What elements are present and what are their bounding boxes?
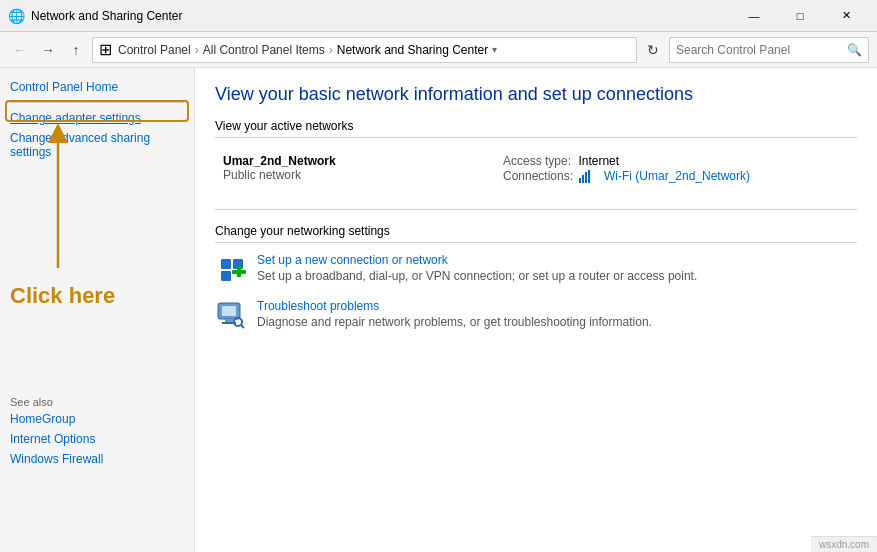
connections-row: Connections: Wi-Fi (Umar_2nd_Network) [503,168,849,183]
titlebar-icon: 🌐 [8,8,25,24]
access-type-label: Access type: [503,154,571,168]
sidebar-windows-firewall[interactable]: Windows Firewall [10,452,103,466]
watermark: wsxdn.com [811,536,877,552]
breadcrumb-control-panel: Control Panel [118,43,191,57]
maximize-button[interactable]: □ [777,0,823,32]
connections-link[interactable]: Wi-Fi (Umar_2nd_Network) [604,169,750,183]
titlebar-controls: — □ ✕ [731,0,869,32]
network-type: Public network [223,168,487,182]
close-button[interactable]: ✕ [823,0,869,32]
breadcrumb-sep-1: › [195,43,199,57]
addressbar: ← → ↑ ⊞ Control Panel › All Control Pane… [0,32,877,68]
troubleshoot-link[interactable]: Troubleshoot problems [257,299,652,313]
page-title: View your basic network information and … [215,84,857,105]
search-input[interactable] [676,43,847,57]
setup-connection-item: Set up a new connection or network Set u… [215,253,857,285]
sidebar-internet-options[interactable]: Internet Options [10,432,103,446]
sidebar-divider [10,102,184,103]
svg-rect-10 [232,270,246,274]
svg-rect-5 [588,170,590,183]
breadcrumb-dropdown[interactable]: ▾ [492,44,497,55]
sidebar-change-adapter-settings[interactable]: Change adapter settings [10,111,184,125]
breadcrumb-all-items: All Control Panel Items [203,43,325,57]
setup-connection-icon [215,253,247,285]
sidebar: Control Panel Home Change adapter settin… [0,68,195,552]
network-name: Umar_2nd_Network [223,154,487,168]
main-layout: Control Panel Home Change adapter settin… [0,68,877,552]
svg-rect-3 [582,175,584,183]
titlebar-title: Network and Sharing Center [31,9,731,23]
active-networks-header: View your active networks [215,119,857,138]
svg-rect-2 [579,178,581,183]
click-here-annotation: Click here [10,283,115,309]
setup-connection-link[interactable]: Set up a new connection or network [257,253,697,267]
troubleshoot-desc: Diagnose and repair network problems, or… [257,315,652,329]
search-icon: 🔍 [847,43,862,57]
wifi-signal-icon [578,168,598,183]
svg-rect-4 [585,172,587,183]
svg-rect-12 [222,306,236,316]
networks-table: Umar_2nd_Network Public network Access t… [215,148,857,189]
network-row: Umar_2nd_Network Public network Access t… [215,148,857,189]
connections-label: Connections: [503,169,573,183]
breadcrumb-bar[interactable]: ⊞ Control Panel › All Control Panel Item… [92,37,637,63]
back-button[interactable]: ← [8,38,32,62]
minimize-button[interactable]: — [731,0,777,32]
troubleshoot-item: Troubleshoot problems Diagnose and repai… [215,299,857,331]
content-area: View your basic network information and … [195,68,877,552]
refresh-button[interactable]: ↻ [641,38,665,62]
section-divider [215,209,857,210]
titlebar: 🌐 Network and Sharing Center — □ ✕ [0,0,877,32]
svg-rect-13 [225,319,233,322]
svg-rect-6 [221,259,231,269]
breadcrumb-current: Network and Sharing Center [337,43,488,57]
sidebar-homegroup[interactable]: HomeGroup [10,412,103,426]
svg-line-16 [241,325,244,328]
setup-connection-desc: Set up a broadband, dial-up, or VPN conn… [257,269,697,283]
forward-button[interactable]: → [36,38,60,62]
breadcrumb-icon: ⊞ [99,40,112,59]
see-also-title: See also [10,396,103,408]
search-box[interactable]: 🔍 [669,37,869,63]
breadcrumb-sep-2: › [329,43,333,57]
setup-connection-text: Set up a new connection or network Set u… [257,253,697,283]
svg-rect-8 [221,271,231,281]
access-type-value: Internet [578,154,619,168]
up-button[interactable]: ↑ [64,38,88,62]
troubleshoot-text: Troubleshoot problems Diagnose and repai… [257,299,652,329]
see-also-section: See also HomeGroup Internet Options Wind… [10,396,103,472]
troubleshoot-icon [215,299,247,331]
sidebar-change-advanced-sharing[interactable]: Change advanced sharing settings [10,131,184,159]
access-type-row: Access type: Internet [503,154,849,168]
networking-settings-header: Change your networking settings [215,224,857,243]
sidebar-control-panel-home[interactable]: Control Panel Home [10,80,184,94]
